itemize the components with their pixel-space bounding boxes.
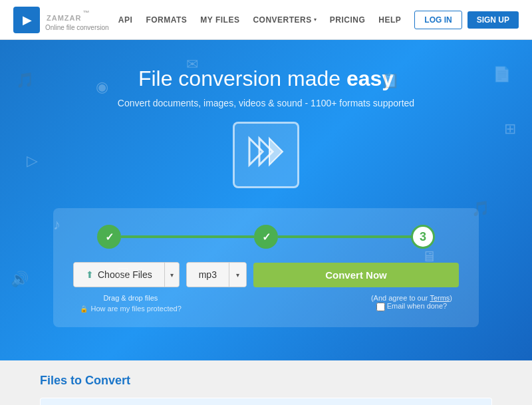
- upload-icon: ⬆: [86, 269, 94, 280]
- format-display: mp3: [187, 263, 229, 287]
- logo-name: ZAMZAR™: [45, 9, 109, 24]
- helper-text: Drag & drop files 🔒 How are my files pro…: [73, 294, 459, 314]
- hero-title: File conversion made easy: [13, 67, 519, 91]
- svg-marker-0: [249, 138, 263, 165]
- login-button[interactable]: LOG IN: [414, 11, 462, 29]
- terms-link[interactable]: Terms: [430, 294, 450, 302]
- nav-converters[interactable]: CONVERTERS ▾: [253, 15, 316, 25]
- converter-box: ✓ ✓ 3 ⬆ Choose Files ▾ mp3 ▾ C: [53, 208, 479, 327]
- header: ZAMZAR™ Online file conversion API FORMA…: [0, 0, 532, 40]
- choose-files-group: ⬆ Choose Files ▾: [73, 262, 180, 287]
- hero-subtitle: Convert documents, images, videos & soun…: [13, 98, 519, 108]
- convert-now-button[interactable]: Convert Now: [253, 263, 459, 287]
- svg-marker-2: [269, 138, 283, 165]
- col-progress: PROGRESS: [319, 398, 442, 406]
- play-icon-container: [233, 122, 299, 188]
- choose-files-dropdown[interactable]: ▾: [165, 263, 179, 287]
- logo-text: ZAMZAR™ Online file conversion: [45, 9, 109, 31]
- hero-section: 🎵 ♪ ▷ ◉ ⊡ 🔊 📄 🎵 ⊞ 🖥 📋 ✉ File conversion …: [0, 40, 532, 360]
- convert-controls: ⬆ Choose Files ▾ mp3 ▾ Convert Now: [73, 262, 459, 287]
- email-checkbox[interactable]: [376, 303, 385, 311]
- table-header: FILE NAME FILE SIZE PROGRESS: [41, 398, 492, 406]
- doodle-9: ⊞: [504, 120, 516, 138]
- choose-files-label: Choose Files: [98, 269, 152, 280]
- choose-files-button[interactable]: ⬆ Choose Files: [74, 263, 164, 287]
- step-3: 3: [411, 225, 435, 249]
- steps-progress: ✓ ✓ 3: [73, 225, 459, 249]
- email-label: Email when done?: [387, 302, 448, 310]
- step-line-1: [121, 235, 254, 238]
- files-title: Files to Convert: [40, 374, 492, 388]
- converters-dropdown-icon: ▾: [314, 17, 317, 23]
- nav-my-files[interactable]: MY FILES: [200, 15, 239, 25]
- protection-link-container: 🔒 How are my files protected?: [80, 302, 182, 314]
- lock-icon: 🔒: [80, 305, 88, 313]
- step-line-2: [278, 235, 411, 238]
- nav-converters-link[interactable]: CONVERTERS: [253, 15, 311, 25]
- col-actions: [442, 398, 492, 406]
- logo-subtitle: Online file conversion: [45, 24, 109, 31]
- format-dropdown-button[interactable]: ▾: [229, 263, 246, 287]
- logo-icon: [13, 7, 40, 33]
- main-nav: API FORMATS MY FILES CONVERTERS ▾ PRICIN…: [118, 15, 401, 25]
- agree-text: (And agree to our Terms): [371, 294, 452, 302]
- format-group: mp3 ▾: [186, 262, 247, 287]
- doodle-6: 🔊: [11, 271, 29, 288]
- protection-link[interactable]: How are my files protected?: [90, 305, 181, 313]
- col-filesize: FILE SIZE: [209, 398, 319, 406]
- doodle-3: ▷: [27, 152, 38, 170]
- logo-area: ZAMZAR™ Online file conversion: [13, 7, 109, 33]
- drag-drop-text: Drag & drop files: [80, 294, 182, 302]
- step-2: ✓: [254, 225, 278, 249]
- nav-formats[interactable]: FORMATS: [146, 15, 187, 25]
- email-when-done: Email when done?: [371, 302, 452, 311]
- nav-help[interactable]: HELP: [378, 15, 401, 25]
- nav-pricing[interactable]: PRICING: [330, 15, 366, 25]
- signup-button[interactable]: SIGN UP: [467, 11, 519, 29]
- play-arrows: [246, 135, 286, 176]
- step-1: ✓: [97, 225, 121, 249]
- helper-right: (And agree to our Terms) Email when done…: [371, 294, 452, 314]
- col-filename: FILE NAME: [41, 398, 209, 406]
- files-section: Files to Convert FILE NAME FILE SIZE PRO…: [0, 360, 532, 405]
- nav-api[interactable]: API: [118, 15, 133, 25]
- helper-left: Drag & drop files 🔒 How are my files pro…: [80, 294, 182, 314]
- files-table: FILE NAME FILE SIZE PROGRESS flipped vid…: [40, 398, 492, 405]
